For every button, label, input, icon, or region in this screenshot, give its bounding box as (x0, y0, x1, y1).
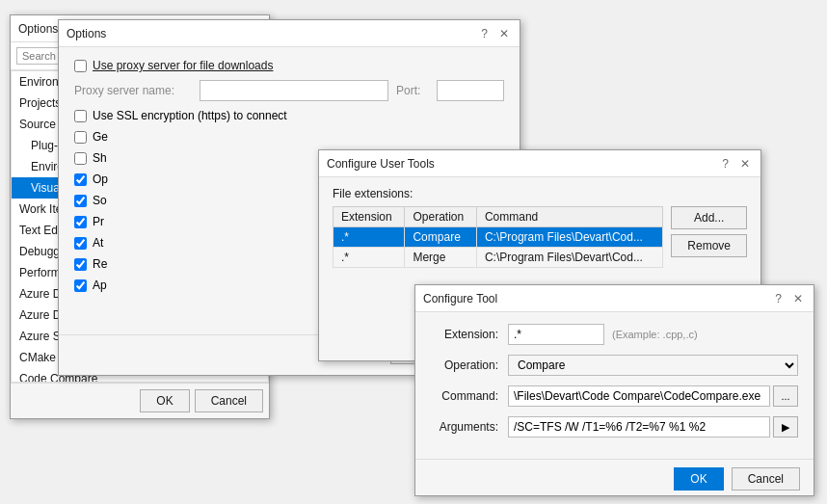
table-row[interactable]: .*CompareC:\Program Files\Devart\Cod... (333, 227, 663, 248)
cell-command: C:\Program Files\Devart\Cod... (476, 227, 662, 248)
proxy-checkbox[interactable] (74, 60, 87, 72)
option-checkbox-label: So (93, 194, 107, 207)
configure-tool-window: Configure Tool ? ✕ Extension: (Example: … (414, 284, 814, 496)
ssl-checkbox[interactable] (74, 110, 87, 122)
configure-tool-titlebar: Configure Tool ? ✕ (415, 285, 814, 312)
browse-btn[interactable]: ... (773, 385, 798, 407)
arguments-input-group: ▶ (508, 416, 798, 438)
option-checkbox-label: Ap (93, 279, 107, 292)
operation-row: Operation: Compare Merge (431, 355, 798, 376)
tools-layout: Extension Operation Command .*CompareC:\… (333, 206, 747, 268)
main-titlebar-buttons: ? ✕ (478, 27, 512, 40)
arguments-row: Arguments: ▶ (431, 416, 798, 438)
option-checkbox[interactable] (74, 173, 87, 186)
operation-label: Operation: (431, 358, 508, 372)
proxy-checkbox-label: Use proxy server for file downloads (93, 59, 273, 72)
extension-input[interactable] (508, 324, 604, 345)
configure-tools-help-btn[interactable]: ? (719, 157, 732, 171)
add-btn[interactable]: Add... (671, 206, 747, 229)
configure-tool-titlebar-buttons: ? ✕ (772, 292, 806, 305)
cell-extension: .* (333, 248, 405, 268)
option-checkbox-label: Re (93, 257, 107, 271)
main-close-btn[interactable]: ✕ (496, 27, 512, 40)
command-input-group: ... (508, 385, 798, 407)
configure-tools-body: File extensions: Extension Operation Com… (319, 177, 760, 278)
configure-tool-help-btn[interactable]: ? (772, 292, 785, 305)
extension-label: Extension: (431, 328, 508, 341)
cell-operation: Compare (405, 227, 476, 248)
proxy-checkbox-row: Use proxy server for file downloads (74, 59, 504, 72)
arguments-label: Arguments: (431, 420, 508, 434)
arrow-btn[interactable]: ▶ (773, 416, 798, 438)
command-input[interactable] (508, 385, 770, 407)
configure-tool-cancel-btn[interactable]: Cancel (732, 467, 800, 491)
option-checkbox-label: Op (93, 172, 108, 186)
configure-tools-title: Configure User Tools (327, 157, 435, 171)
configure-tools-close-btn[interactable]: ✕ (737, 157, 753, 171)
option-checkbox-label: Sh (93, 151, 107, 165)
table-row[interactable]: .*MergeC:\Program Files\Devart\Cod... (333, 248, 663, 268)
option-checkbox-row: Ge (74, 130, 504, 144)
option-checkbox[interactable] (74, 195, 87, 207)
proxy-server-input[interactable] (200, 80, 388, 101)
proxy-server-row: Proxy server name: Port: (74, 80, 504, 101)
main-help-btn[interactable]: ? (478, 27, 491, 40)
cell-command: C:\Program Files\Devart\Cod... (476, 248, 662, 268)
main-options-title: Options (67, 27, 106, 40)
option-checkbox[interactable] (74, 152, 87, 165)
configure-tool-ok-btn[interactable]: OK (674, 467, 723, 491)
tools-table: Extension Operation Command .*CompareC:\… (333, 206, 663, 268)
table-header-row: Extension Operation Command (333, 207, 663, 227)
options-cancel-btn[interactable]: Cancel (195, 389, 263, 412)
options-footer: OK Cancel (11, 383, 269, 418)
remove-btn[interactable]: Remove (671, 234, 747, 257)
option-checkbox-label: Ge (93, 130, 108, 144)
option-checkbox-label: Pr (93, 215, 104, 228)
option-checkbox[interactable] (74, 216, 87, 228)
options-title: Options (18, 22, 58, 36)
option-checkbox[interactable] (74, 258, 87, 271)
command-label: Command: (431, 389, 508, 403)
configure-tool-body: Extension: (Example: .cpp,.c) Operation:… (415, 312, 814, 459)
configure-tool-footer: OK Cancel (415, 459, 814, 498)
configure-tools-titlebar: Configure User Tools ? ✕ (319, 150, 760, 177)
col-command: Command (476, 207, 662, 227)
configure-tool-close-btn[interactable]: ✕ (790, 292, 806, 305)
option-checkbox[interactable] (74, 131, 87, 144)
col-operation: Operation (405, 207, 476, 227)
proxy-server-label: Proxy server name: (74, 84, 200, 97)
command-row: Command: ... (431, 385, 798, 407)
configure-tools-titlebar-buttons: ? ✕ (719, 157, 753, 171)
extension-hint: (Example: .cpp,.c) (612, 329, 698, 340)
cell-operation: Merge (405, 248, 476, 268)
cell-extension: .* (333, 227, 405, 248)
main-options-titlebar: Options ? ✕ (59, 20, 520, 47)
ssl-label: Use SSL encryption (https) to connect (93, 109, 287, 122)
arguments-input[interactable] (508, 416, 770, 438)
col-extension: Extension (333, 207, 405, 227)
option-checkbox[interactable] (74, 237, 87, 250)
extension-row: Extension: (Example: .cpp,.c) (431, 324, 798, 345)
file-extensions-label: File extensions: (333, 187, 747, 200)
option-checkbox[interactable] (74, 279, 87, 292)
option-checkbox-label: At (93, 236, 103, 250)
tools-table-area: Extension Operation Command .*CompareC:\… (333, 206, 663, 268)
configure-tool-title: Configure Tool (423, 292, 497, 305)
operation-select[interactable]: Compare Merge (508, 355, 798, 376)
options-ok-btn[interactable]: OK (140, 389, 189, 412)
tools-side-buttons: Add... Remove (671, 206, 747, 268)
ssl-checkbox-row: Use SSL encryption (https) to connect (74, 109, 504, 122)
port-label: Port: (388, 84, 427, 97)
port-input[interactable] (437, 80, 504, 101)
